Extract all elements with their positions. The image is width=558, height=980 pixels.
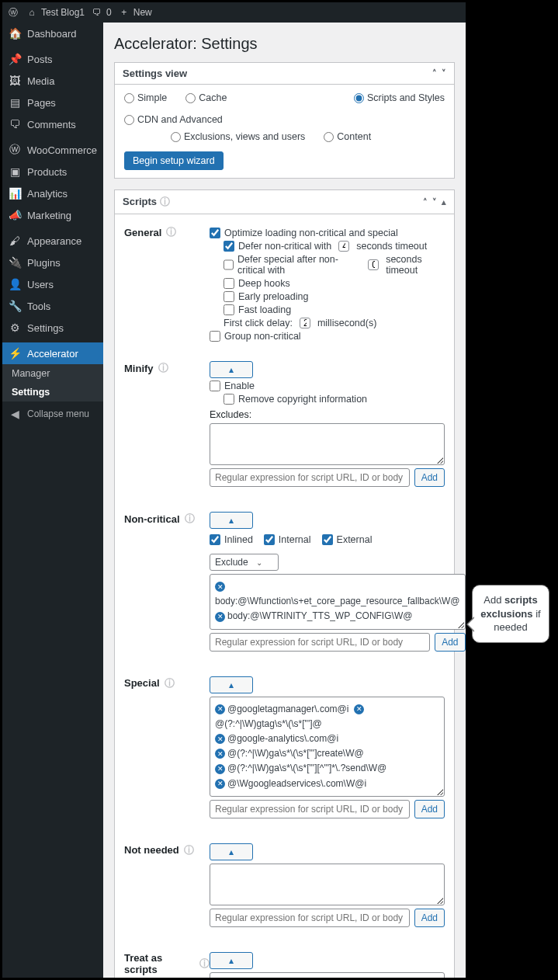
radio-scripts-styles[interactable]: Scripts and Styles — [354, 92, 445, 103]
tag-item: ✕body:@\WTRINITY_TTS_WP_CONFIG\W@ — [215, 610, 412, 621]
chk-defer-special[interactable]: Defer special after non-critical withsec… — [224, 254, 445, 276]
help-icon[interactable]: ⓘ — [158, 361, 168, 375]
special-add-button[interactable]: Add — [414, 800, 445, 818]
chevron-down-icon[interactable]: ˅ — [442, 68, 446, 78]
home-icon: ⌂ — [26, 6, 38, 19]
noncritical-mode-select[interactable]: Exclude — [210, 554, 279, 571]
collapse-toggle[interactable]: ▴ — [210, 843, 253, 860]
radio-simple[interactable]: Simple — [124, 92, 167, 103]
chevron-up-icon[interactable]: ˄ — [423, 197, 428, 207]
chevron-up-icon[interactable]: ˄ — [432, 68, 437, 78]
help-icon[interactable]: ⓘ — [165, 676, 175, 690]
sidebar-item-settings[interactable]: ⚙Settings — [2, 317, 103, 339]
collapse-toggle[interactable]: ▴ — [210, 952, 253, 969]
first-click-input[interactable] — [300, 318, 310, 328]
panel-header: Settings view ˄ ˅ — [115, 63, 454, 85]
tag-item: ✕@googletagmanager\.com@i — [215, 704, 348, 714]
tag-item: ✕@(?:^|\W)ga\s*\(\s*["'][^'"]*\.?send\W@ — [215, 763, 386, 773]
plus-icon: + — [118, 6, 130, 19]
bolt-icon: ⚡ — [9, 347, 21, 360]
remove-tag-icon[interactable]: ✕ — [215, 612, 225, 622]
sidebar-item-users[interactable]: 👤Users — [2, 273, 103, 295]
sidebar-item-analytics[interactable]: 📊Analytics — [2, 182, 103, 204]
user-icon: 👤 — [9, 278, 21, 290]
chk-enable-minify[interactable]: Enable — [210, 381, 445, 391]
submenu-manager[interactable]: Manager — [2, 364, 103, 383]
sidebar-item-products[interactable]: ▣Products — [2, 161, 103, 182]
radio-content[interactable]: Content — [324, 131, 371, 142]
admin-toolbar: ⓦ ⌂Test Blog1 🗨0 +New — [2, 2, 466, 23]
woo-icon: ⓦ — [9, 144, 21, 156]
chk-fast-loading[interactable]: Fast loading — [224, 304, 445, 315]
remove-tag-icon[interactable]: ✕ — [215, 734, 225, 744]
excludes-label: Excludes: — [210, 409, 445, 420]
radio-cache[interactable]: Cache — [185, 92, 227, 103]
comments-link[interactable]: 🗨0 — [91, 6, 112, 19]
panel-header: Scriptsⓘ ˄ ˅ ▴ — [115, 190, 454, 214]
chk-inlined[interactable]: Inlined — [210, 534, 253, 545]
treat-tags-box[interactable]: ✕descendant::iframe[@id='likes-master' a… — [210, 972, 445, 978]
special-tags-box[interactable]: ✕@googletagmanager\.com@i ✕@(?:^|\W)gtag… — [210, 697, 445, 797]
remove-tag-icon[interactable]: ✕ — [215, 582, 225, 592]
sidebar-item-plugins[interactable]: 🔌Plugins — [2, 252, 103, 273]
sidebar-item-comments[interactable]: 🗨Comments — [2, 113, 103, 135]
help-icon[interactable]: ⓘ — [184, 843, 194, 857]
chk-external[interactable]: External — [322, 534, 373, 545]
chk-optimize[interactable]: Optimize loading non-critical and specia… — [210, 228, 445, 238]
remove-tag-icon[interactable]: ✕ — [215, 749, 225, 759]
collapse-toggle[interactable]: ▴ — [210, 512, 253, 529]
notneeded-tags-box[interactable] — [210, 864, 445, 905]
site-name-link[interactable]: ⌂Test Blog1 — [26, 6, 85, 19]
tools-icon: 🔧 — [9, 300, 21, 312]
sidebar-item-posts[interactable]: 📌Posts — [2, 48, 103, 70]
wp-logo[interactable]: ⓦ — [7, 6, 19, 19]
section-label: Not needed — [124, 844, 179, 856]
defer-sp-input[interactable] — [368, 259, 379, 270]
radio-exclusions[interactable]: Exclusions, views and users — [171, 131, 305, 142]
chk-defer-noncritical[interactable]: Defer non-critical withseconds timeout — [224, 241, 445, 252]
sidebar-item-woocommerce[interactable]: ⓦWooCommerce — [2, 139, 103, 161]
sidebar-item-dashboard[interactable]: 🏠Dashboard — [2, 23, 103, 44]
remove-tag-icon[interactable]: ✕ — [215, 779, 225, 789]
chk-group-noncritical[interactable]: Group non-critical — [210, 331, 445, 342]
defer-nc-input[interactable] — [338, 241, 349, 252]
sidebar-item-media[interactable]: 🖼Media — [2, 70, 103, 92]
noncritical-add-button[interactable]: Add — [435, 633, 465, 652]
special-add-input[interactable] — [210, 800, 410, 818]
noncritical-add-input[interactable] — [210, 633, 430, 652]
noncritical-tags-box[interactable]: ✕body:@\Wfunction\s+et_core_page_resourc… — [210, 574, 466, 630]
chk-remove-copyright[interactable]: Remove copyright information — [224, 394, 445, 405]
minify-add-input[interactable] — [210, 468, 410, 487]
caret-up-icon[interactable]: ▴ — [442, 197, 446, 207]
analytics-icon: 📊 — [9, 187, 21, 200]
submenu-settings[interactable]: Settings — [2, 383, 103, 401]
section-label: Treat as scripts — [124, 952, 195, 975]
help-icon[interactable]: ⓘ — [185, 512, 195, 526]
sidebar-item-pages[interactable]: ▤Pages — [2, 92, 103, 113]
chk-deep-hooks[interactable]: Deep hooks — [224, 278, 445, 289]
sidebar-item-tools[interactable]: 🔧Tools — [2, 295, 103, 317]
collapse-toggle[interactable]: ▴ — [210, 676, 253, 693]
collapse-toggle[interactable]: ▴ — [210, 361, 253, 378]
remove-tag-icon[interactable]: ✕ — [215, 704, 225, 714]
sidebar-item-accelerator[interactable]: ⚡Accelerator — [2, 342, 103, 364]
sidebar-item-marketing[interactable]: 📣Marketing — [2, 204, 103, 226]
help-icon[interactable]: ⓘ — [166, 225, 176, 239]
notneeded-add-input[interactable] — [210, 909, 410, 927]
help-icon[interactable]: ⓘ — [199, 957, 210, 971]
help-icon[interactable]: ⓘ — [160, 196, 170, 207]
new-link[interactable]: +New — [118, 6, 152, 19]
chk-internal[interactable]: Internal — [264, 534, 311, 545]
chevron-down-icon[interactable]: ˅ — [432, 197, 437, 207]
begin-setup-wizard-button[interactable]: Begin setup wizard — [124, 151, 224, 170]
radio-cdn[interactable]: CDN and Advanced — [124, 114, 223, 125]
sidebar-item-appearance[interactable]: 🖌Appearance — [2, 230, 103, 252]
plugin-icon: 🔌 — [9, 256, 21, 269]
minify-add-button[interactable]: Add — [414, 468, 445, 487]
remove-tag-icon[interactable]: ✕ — [215, 764, 225, 774]
remove-tag-icon[interactable]: ✕ — [354, 704, 364, 714]
notneeded-add-button[interactable]: Add — [414, 909, 445, 927]
collapse-menu[interactable]: ◀Collapse menu — [2, 401, 103, 426]
chk-early-preload[interactable]: Early preloading — [224, 291, 445, 302]
minify-excludes-box[interactable] — [210, 423, 445, 465]
